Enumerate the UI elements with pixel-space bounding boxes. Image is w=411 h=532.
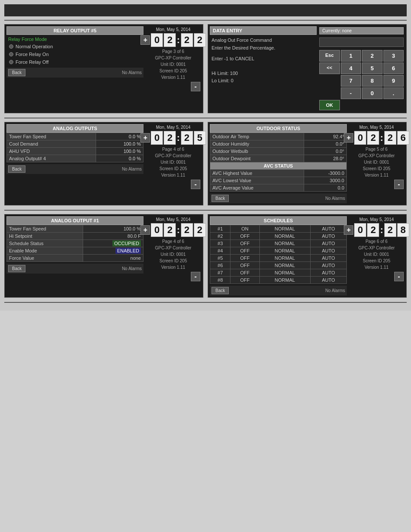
ao1-row-0: Tower Fan Speed 100.0 % <box>7 225 143 233</box>
sched-colon1: : <box>380 224 383 236</box>
sched-mode-3: NORMAL <box>259 247 310 255</box>
sched-num-2: #3 <box>210 240 230 247</box>
ao1-label-1: Hi Setpoint <box>7 233 83 240</box>
de-line2: Enter the Desired Percentage. <box>212 44 315 52</box>
ao1-row-1: Hi Setpoint 80.0 F <box>7 233 143 240</box>
data-entry-content: Analog Out Force Command Enter the Desir… <box>210 35 317 87</box>
sched-bottom-bar: Back No Alarms <box>210 286 347 296</box>
key-esc[interactable]: Esc <box>319 50 340 62</box>
ao1-value-1: 80.0 F <box>83 233 143 240</box>
outdoor-value-2: 0.0° <box>304 148 347 155</box>
ao1-back-btn[interactable]: Back <box>8 265 25 272</box>
row-1-grid: RELAY OUTPUT #5 Relay Force Mode Normal … <box>4 24 407 113</box>
ao1-date: Mon, May 5, 2014 <box>156 217 190 222</box>
key-6[interactable]: 6 <box>383 62 404 74</box>
sched-row-1: #2 OFF NORMAL AUTO <box>210 233 347 240</box>
radio-dot-2 <box>9 60 13 64</box>
sched-minus-btn[interactable]: - <box>394 272 404 281</box>
outdoor-back-btn[interactable]: Back <box>212 195 229 202</box>
ao-row-1: Cool Demand 100.0 % <box>7 140 143 148</box>
key-empty1 <box>319 75 340 87</box>
ao1-screen: ANALOG OUTPUT #1 Tower Fan Speed 100.0 %… <box>4 214 203 298</box>
outdoor-time: 0 2 : 2 6 <box>354 131 409 145</box>
ao1-label-3: Enable Mode <box>7 247 83 255</box>
relay-time: 0 2 : 2 2 <box>151 33 206 47</box>
sched-alarms: No Alarms <box>325 288 345 293</box>
data-entry-right: Currently: none Esc 1 2 3 << 4 5 6 7 8 <box>318 26 405 111</box>
outdoor-title: OUTDOOR STATUS <box>210 124 347 133</box>
relay-option-2[interactable]: Force Relay Off <box>6 58 143 66</box>
ao-back-btn[interactable]: Back <box>8 165 25 173</box>
schedules-left: SCHEDULES #1 ON NORMAL AUTO #2 OFF NORMA… <box>210 216 347 296</box>
outdoor-minus-btn[interactable]: - <box>394 180 404 189</box>
outdoor-t2: 2 <box>384 131 396 145</box>
top-bar <box>4 4 407 16</box>
ao-minus-btn[interactable]: - <box>191 180 200 189</box>
relay-plus-btn[interactable]: + <box>140 35 150 45</box>
key-3[interactable]: 3 <box>383 50 404 62</box>
relay-force-mode-label: Relay Force Mode <box>6 35 143 43</box>
ao-alarms: No Alarms <box>122 167 142 171</box>
data-entry-left: DATA ENTRY Analog Out Force Command Ente… <box>210 26 317 111</box>
ao-label-3: Analog Output# 4 <box>7 155 96 162</box>
key-9[interactable]: 9 <box>383 75 404 87</box>
relay-option-0[interactable]: Normal Operation <box>6 43 143 50</box>
sched-back-btn[interactable]: Back <box>212 287 229 294</box>
data-entry-input-display[interactable] <box>319 37 404 47</box>
outdoor-plus-btn[interactable]: + <box>344 133 353 143</box>
outdoor-row-3: Outdoor Dewpoint 28.0° <box>210 155 347 162</box>
sched-plus-btn[interactable]: + <box>344 225 353 235</box>
relay-t3: 2 <box>194 33 206 47</box>
key-minus[interactable]: - <box>341 87 361 99</box>
key-0[interactable]: 0 <box>362 87 383 99</box>
sched-row-6: #7 OFF NORMAL AUTO <box>210 269 347 277</box>
relay-option-1[interactable]: Force Relay On <box>6 50 143 58</box>
outdoor-label-2: Outdoor Wetbulb <box>210 148 304 155</box>
row-3-grid: ANALOG OUTPUT #1 Tower Fan Speed 100.0 %… <box>4 214 407 298</box>
key-backspace[interactable]: << <box>319 62 340 74</box>
ao-value-0: 0.0 % <box>96 133 143 140</box>
avc-row-0: AVC Highest Value -3000.0 <box>210 170 347 177</box>
ao-label-0: Tower Fan Speed <box>7 133 96 140</box>
relay-colon1: : <box>177 34 180 46</box>
key-4[interactable]: 4 <box>341 62 361 74</box>
ao1-t1: 2 <box>164 223 176 237</box>
ao1-table: Tower Fan Speed 100.0 % Hi Setpoint 80.0… <box>6 225 143 262</box>
key-8[interactable]: 8 <box>362 75 383 87</box>
sched-date: Mon, May 5, 2014 <box>359 217 394 222</box>
key-5[interactable]: 5 <box>362 62 383 74</box>
relay-minus-btn[interactable]: - <box>191 82 200 91</box>
key-7[interactable]: 7 <box>341 75 361 87</box>
ao1-bottom-bar: Back No Alarms <box>6 264 143 274</box>
relay-screen: RELAY OUTPUT #5 Relay Force Mode Normal … <box>4 24 203 113</box>
ao1-plus-btn[interactable]: + <box>140 225 150 235</box>
key-1[interactable]: 1 <box>341 50 361 62</box>
key-2[interactable]: 2 <box>362 50 383 62</box>
ao-value-2: 100.0 % <box>96 148 143 155</box>
occupied-badge: OCCUPIED <box>112 240 141 246</box>
relay-bottom-bar: Back No Alarms <box>6 68 143 78</box>
relay-option-1-label: Force Relay On <box>16 52 49 57</box>
outdoor-t3: 6 <box>397 131 409 145</box>
key-ok[interactable]: OK <box>319 100 340 110</box>
ao-plus-btn[interactable]: + <box>140 133 150 143</box>
relay-back-btn[interactable]: Back <box>8 69 25 76</box>
sched-mode-2: NORMAL <box>259 240 310 247</box>
relay-option-2-label: Force Relay Off <box>16 59 49 65</box>
de-line3: Enter -1 to CANCEL <box>212 55 315 63</box>
ao-value-1: 100.0 % <box>96 140 143 148</box>
outdoor-value-0: 92.4° <box>304 133 347 140</box>
relay-info: Page 3 of 6 GPC-XP Controller Unit ID: 0… <box>155 48 191 81</box>
outdoor-info: Page 5 of 6 GPC-XP Controller Unit ID: 0… <box>358 146 395 178</box>
outdoor-t0: 0 <box>354 131 366 145</box>
avc-value-1: 3000.0 <box>304 177 347 184</box>
ao-label-1: Cool Demand <box>7 140 96 148</box>
schedules-right: Mon, May 5, 2014 + 0 2 : 2 8 Page 6 of 6… <box>349 216 405 296</box>
sched-status-1: OFF <box>230 233 259 240</box>
key-empty2 <box>319 87 340 99</box>
ao1-value-3: ENABLED <box>83 247 143 255</box>
relay-t1: 2 <box>164 33 176 47</box>
avc-label-2: AVC Average Value <box>210 184 304 192</box>
key-dot[interactable]: . <box>383 87 404 99</box>
ao1-minus-btn[interactable]: - <box>191 272 200 281</box>
